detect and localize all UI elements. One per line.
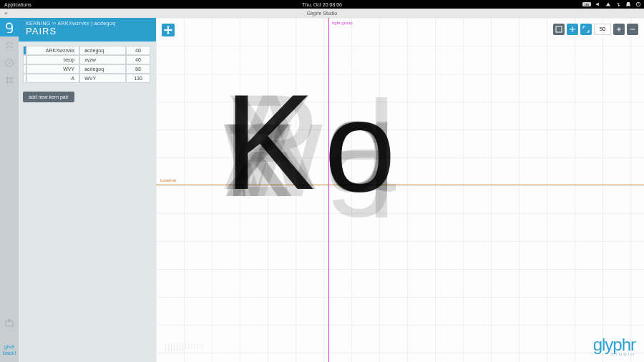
applications-menu[interactable]: Applications [0,2,31,7]
history-icon[interactable] [0,55,19,71]
left-nav: give back! [0,18,19,362]
ruler-marks: ┊┊┊┊┊┊┊┊┊┊┊┊┊┊┊┊┊┊┊┊┊ [165,343,205,353]
view-tools: 50 [553,24,638,35]
svg-point-2 [6,23,12,29]
window-titlebar: × Glyphr Studio [0,9,644,19]
system-tray: us [582,1,641,7]
clock: Thu, Oct 20 08:06 [302,2,342,7]
toggle-tool-1-icon[interactable] [553,24,565,35]
table-row[interactable]: AWVY130 [23,74,150,83]
move-tool-icon[interactable] [162,24,175,36]
attributes-icon[interactable] [0,38,19,54]
zoom-value[interactable]: 50 [594,24,611,35]
give-back-link[interactable]: give back! [2,343,16,362]
app-logo-icon[interactable] [0,18,19,36]
power-icon[interactable] [635,1,641,7]
baseline-label: baseline [160,178,176,182]
bluetooth-icon[interactable] [615,1,621,7]
volume-icon[interactable] [595,1,601,7]
zoom-out-icon[interactable] [627,24,638,35]
notifications-icon[interactable] [625,1,631,7]
os-top-bar: Applications Thu, Oct 20 08:06 us [0,0,644,9]
table-row[interactable]: ARKXwzrvkxacdegoq40 [23,46,150,55]
export-icon[interactable] [0,315,19,331]
add-kern-pair-button[interactable]: add new kern pair [23,92,74,102]
toggle-tool-2-icon[interactable] [567,24,578,35]
zoom-in-icon[interactable] [613,24,625,35]
breadcrumb: KERNING ›› ARKXwzrvkx | acdegoq [26,21,149,26]
svg-rect-11 [556,26,562,32]
table-row[interactable]: beopxvzw40 [23,55,150,64]
window-title: Glyphr Studio [307,11,337,16]
guides-icon[interactable] [0,72,19,88]
panel-title: PAIRS [26,26,149,36]
glyph-preview: ARKXwzrvkxacdegoq [224,74,439,217]
kern-pairs-table: ARKXwzrvkxacdegoq40beopxvzw40WVYacdegoq8… [23,46,150,83]
kern-split-label: right group [332,21,353,25]
panel-header: KERNING ›› ARKXwzrvkx | acdegoq PAIRS [19,18,156,41]
close-icon[interactable]: × [0,10,8,16]
table-row[interactable]: WVYacdegoq88 [23,64,150,74]
keyboard-indicator[interactable]: us [582,2,591,6]
edit-canvas[interactable]: /* drawn below via JS loops */ baseline … [156,18,644,362]
network-icon[interactable] [605,1,611,7]
brand-logo: glyphr STUDIO [593,335,635,356]
zoom-fit-icon[interactable] [580,24,592,35]
side-panel: KERNING ›› ARKXwzrvkx | acdegoq PAIRS AR… [19,18,156,362]
